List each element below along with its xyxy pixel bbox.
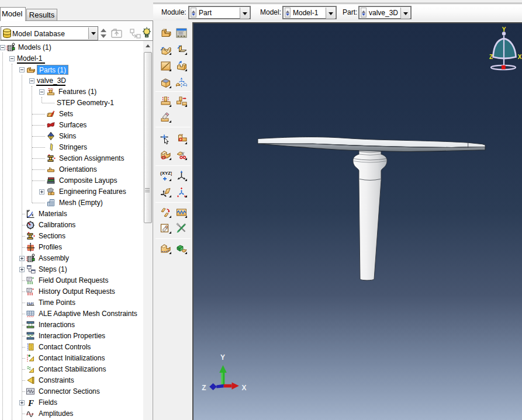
svg-text:Y: Y (502, 26, 506, 33)
svg-text:Y: Y (220, 353, 225, 362)
svg-text:X: X (241, 384, 246, 392)
svg-text:Z: Z (202, 384, 206, 392)
svg-text:Z: Z (489, 54, 493, 60)
svg-text:X: X (518, 54, 522, 60)
